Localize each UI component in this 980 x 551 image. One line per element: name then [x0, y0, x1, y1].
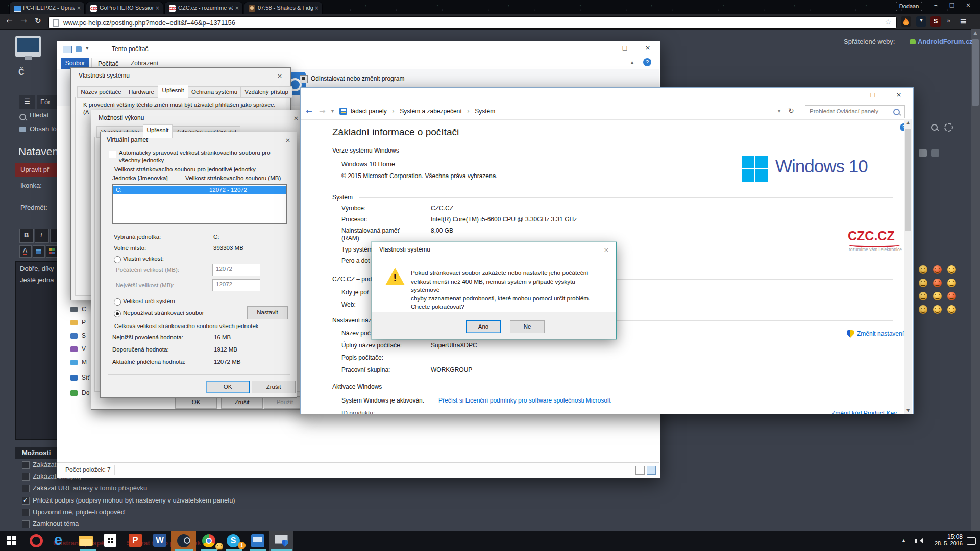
taskbar-app-icon[interactable] [251, 534, 264, 547]
reload-icon[interactable]: ↻ [35, 16, 41, 26]
gear-icon[interactable] [944, 123, 953, 132]
smiley-icon[interactable] [933, 305, 942, 314]
checkbox[interactable] [22, 461, 30, 469]
ok-button[interactable]: OK [206, 381, 250, 393]
checkbox[interactable] [22, 485, 30, 492]
tab-gopro[interactable]: CZC GoPro HERO Session CHD × [86, 2, 163, 15]
change-product-key-link[interactable]: Změnit kód Product Key [831, 410, 897, 414]
bookmark-star-icon[interactable]: ☆ [885, 18, 891, 26]
scroll-up-icon[interactable]: ▲ [971, 30, 980, 35]
no-button[interactable]: Ne [510, 320, 545, 333]
view-list-icon[interactable] [635, 466, 645, 475]
tab-computer-name[interactable]: Název počítače [77, 86, 125, 98]
window-minimize-icon[interactable]: – [928, 1, 943, 9]
address-caret-icon[interactable]: ▾ [778, 108, 780, 114]
clock[interactable]: 15:08 28. 5. 2016 [930, 533, 963, 546]
drive-row-selected[interactable]: C: 12072 - 12072 [113, 186, 286, 194]
address-bar[interactable]: www.pc-help.cz/posting.php?mode=edit&f=4… [48, 16, 897, 29]
explorer-maximize-icon[interactable]: □ [614, 44, 636, 51]
cp-close-icon[interactable]: × [886, 91, 912, 98]
window-restore-icon[interactable]: □ [944, 2, 960, 8]
tree-item[interactable]: C [82, 306, 86, 313]
profile-button[interactable]: Dodaan [896, 2, 922, 11]
search-icon[interactable] [893, 109, 900, 115]
forum-tool-icon[interactable] [931, 149, 939, 157]
refresh-icon[interactable]: ↻ [788, 107, 794, 115]
smiley-icon[interactable] [933, 279, 942, 287]
tree-item[interactable]: M [82, 359, 87, 366]
italic-button[interactable]: i [35, 229, 49, 243]
checkbox[interactable] [22, 520, 30, 528]
smiley-icon[interactable] [919, 305, 927, 314]
taskbar-edge-icon[interactable]: e [54, 532, 62, 548]
explorer-minimize-icon[interactable]: – [591, 43, 614, 52]
smiley-icon[interactable] [919, 292, 927, 300]
breadcrumb[interactable]: ládací panely › Systém a zabezpečení › S… [351, 108, 495, 115]
cp-search-box[interactable]: Prohledat Ovládací panely [805, 105, 905, 118]
checkbox[interactable] [22, 509, 30, 516]
drive-listbox[interactable]: C: 12072 - 12072 [112, 184, 287, 224]
dialog-close-icon[interactable]: × [291, 114, 301, 122]
auto-manage-checkbox[interactable] [109, 151, 116, 158]
checkbox-checked[interactable]: ✓ [22, 497, 30, 505]
tab-close-icon[interactable]: × [314, 5, 320, 11]
quick-access-caret-icon[interactable]: ▾ [86, 45, 89, 52]
flame-extension-icon[interactable] [901, 16, 911, 27]
scroll-thumb[interactable] [972, 39, 979, 106]
yes-button[interactable]: Ano [466, 320, 501, 333]
tab-advanced[interactable]: Upřesnit [158, 85, 188, 98]
taskbar-word-icon[interactable]: W [153, 534, 166, 547]
forum-tool-icon[interactable] [919, 149, 927, 157]
s-extension-icon[interactable]: S [930, 16, 941, 27]
smiley-icon[interactable] [919, 265, 927, 274]
font-size-button[interactable] [33, 245, 45, 258]
set-button[interactable]: Nastavit [247, 306, 288, 319]
tab-advanced[interactable]: Upřesnit [143, 124, 173, 138]
breadcrumb-part[interactable]: Systém a zabezpečení [400, 108, 461, 115]
download-extension-icon[interactable]: ▾ [916, 16, 926, 27]
view-thumbnail-icon[interactable] [647, 466, 656, 475]
cp-history-caret-icon[interactable]: ▾ [331, 108, 334, 114]
dialog-close-icon[interactable]: × [602, 246, 611, 254]
ribbon-collapse-icon[interactable]: ▴ [631, 59, 633, 65]
tab-shakes[interactable]: 07:58 - Shakes & Fidget × [244, 2, 323, 15]
tab-pchelp[interactable]: PC-HELP.CZ - Upravit přísp × [9, 2, 85, 15]
taskbar-steam-slot[interactable] [172, 531, 196, 551]
forum-menu-button[interactable]: ☰ [19, 95, 35, 109]
cp-scroll-down-icon[interactable]: ▼ [904, 408, 912, 413]
cp-scrollbar[interactable]: ▲ ▼ [904, 119, 912, 414]
help-icon[interactable]: ? [643, 58, 651, 66]
forward-icon[interactable]: → [20, 16, 27, 26]
max-size-input[interactable]: 12072 [212, 279, 260, 291]
font-color-button[interactable]: A [19, 245, 32, 258]
system-managed-radio[interactable] [114, 298, 121, 306]
dialog-close-icon[interactable]: × [283, 136, 292, 144]
uninstall-program-item[interactable]: Odinstalovat nebo změnit program [311, 75, 404, 82]
page-scrollbar[interactable]: ▲ [971, 29, 980, 531]
smiley-icon[interactable] [947, 279, 956, 287]
cp-scroll-thumb[interactable] [905, 129, 911, 231]
no-paging-radio[interactable] [114, 310, 121, 317]
tree-item[interactable]: Do [82, 389, 89, 396]
url-text[interactable]: www.pc-help.cz/posting.php?mode=edit&f=4… [63, 19, 235, 27]
ok-button[interactable]: OK [175, 396, 217, 409]
window-close-icon[interactable]: × [961, 2, 976, 9]
breadcrumb-part[interactable]: Systém [475, 108, 495, 115]
tree-item[interactable]: V [82, 345, 86, 353]
tab-close-icon[interactable]: × [234, 5, 240, 11]
smiley-icon[interactable] [919, 279, 927, 287]
cp-minimize-icon[interactable]: – [838, 90, 861, 98]
tab-remote[interactable]: Vzdálený přístup [240, 86, 292, 98]
start-button[interactable] [0, 531, 24, 551]
tree-item[interactable]: S [82, 332, 86, 339]
explorer-close-icon[interactable]: × [636, 44, 659, 52]
smiley-icon[interactable] [933, 292, 942, 300]
license-terms-link[interactable]: Přečíst si Licenční podmínky pro softwar… [438, 397, 610, 404]
cp-maximize-icon[interactable]: □ [861, 91, 885, 98]
tab-czc[interactable]: CZC CZC.cz - rozumíme vám i e × [164, 2, 243, 15]
cp-scroll-up-icon[interactable]: ▲ [904, 120, 912, 125]
change-settings-link[interactable]: Změnit nastavení [857, 330, 904, 337]
smiley-icon[interactable] [947, 305, 956, 314]
tab-close-icon[interactable]: × [155, 5, 160, 11]
tray-expand-icon[interactable]: ▴ [902, 537, 905, 543]
